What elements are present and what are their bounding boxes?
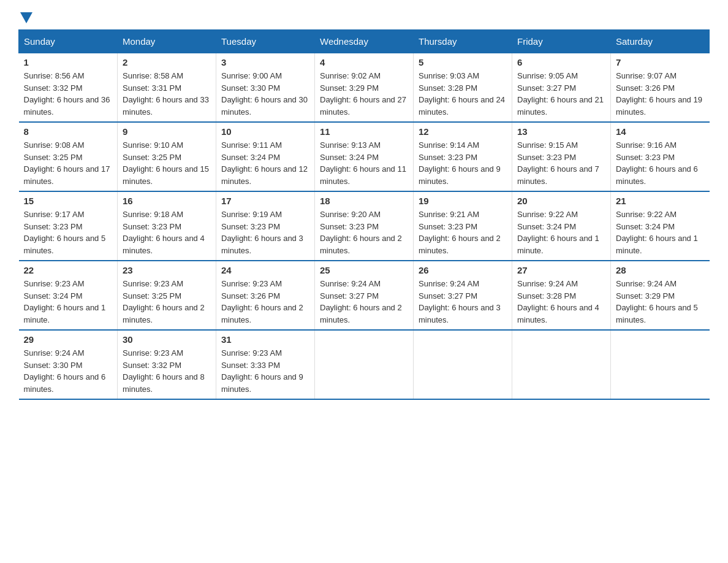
daylight-label: Daylight: 6 hours and 1 minute.: [24, 303, 106, 324]
calendar-week-5: 29 Sunrise: 9:24 AM Sunset: 3:30 PM Dayl…: [19, 330, 710, 399]
calendar-cell: 3 Sunrise: 9:00 AM Sunset: 3:30 PM Dayli…: [216, 53, 315, 123]
daylight-label: Daylight: 6 hours and 9 minutes.: [419, 164, 501, 186]
day-info: Sunrise: 9:13 AM Sunset: 3:24 PM Dayligh…: [320, 139, 408, 187]
sunset-label: Sunset: 3:25 PM: [123, 291, 181, 301]
sunrise-label: Sunrise: 9:22 AM: [517, 210, 578, 219]
sunset-label: Sunset: 3:27 PM: [419, 291, 477, 301]
daylight-label: Daylight: 6 hours and 1 minute.: [616, 234, 698, 255]
sunset-label: Sunset: 3:28 PM: [419, 83, 477, 93]
calendar-cell: [315, 330, 414, 399]
day-number: 29: [24, 334, 113, 345]
day-info: Sunrise: 9:10 AM Sunset: 3:25 PM Dayligh…: [123, 139, 211, 187]
calendar-cell: 8 Sunrise: 9:08 AM Sunset: 3:25 PM Dayli…: [19, 122, 118, 191]
sunset-label: Sunset: 3:31 PM: [123, 83, 181, 93]
calendar-cell: 30 Sunrise: 9:23 AM Sunset: 3:32 PM Dayl…: [118, 330, 216, 399]
day-info: Sunrise: 9:24 AM Sunset: 3:29 PM Dayligh…: [616, 278, 705, 326]
sunset-label: Sunset: 3:32 PM: [24, 83, 83, 93]
sunset-label: Sunset: 3:23 PM: [123, 222, 181, 231]
sunset-label: Sunset: 3:26 PM: [616, 83, 675, 93]
calendar-cell: 13 Sunrise: 9:15 AM Sunset: 3:23 PM Dayl…: [512, 122, 611, 191]
day-info: Sunrise: 9:03 AM Sunset: 3:28 PM Dayligh…: [419, 70, 507, 118]
sunrise-label: Sunrise: 9:21 AM: [419, 210, 479, 219]
day-info: Sunrise: 9:05 AM Sunset: 3:27 PM Dayligh…: [517, 70, 605, 118]
day-info: Sunrise: 9:18 AM Sunset: 3:23 PM Dayligh…: [123, 209, 211, 256]
sunrise-label: Sunrise: 9:10 AM: [123, 140, 183, 150]
day-info: Sunrise: 9:23 AM Sunset: 3:26 PM Dayligh…: [221, 278, 309, 326]
day-number: 31: [221, 334, 309, 345]
day-number: 13: [517, 126, 605, 137]
calendar-header: SundayMondayTuesdayWednesdayThursdayFrid…: [19, 30, 710, 53]
sunset-label: Sunset: 3:25 PM: [24, 153, 83, 162]
calendar-cell: [611, 330, 710, 399]
day-info: Sunrise: 9:24 AM Sunset: 3:27 PM Dayligh…: [419, 278, 507, 326]
daylight-label: Daylight: 6 hours and 27 minutes.: [320, 95, 406, 117]
sunset-label: Sunset: 3:23 PM: [320, 222, 379, 231]
day-number: 16: [123, 196, 211, 206]
calendar-cell: 17 Sunrise: 9:19 AM Sunset: 3:23 PM Dayl…: [216, 191, 315, 261]
sunrise-label: Sunrise: 9:03 AM: [419, 71, 479, 80]
calendar-cell: 21 Sunrise: 9:22 AM Sunset: 3:24 PM Dayl…: [611, 191, 710, 261]
calendar-cell: 5 Sunrise: 9:03 AM Sunset: 3:28 PM Dayli…: [414, 53, 512, 123]
calendar-cell: 29 Sunrise: 9:24 AM Sunset: 3:30 PM Dayl…: [19, 330, 118, 399]
sunrise-label: Sunrise: 9:24 AM: [24, 348, 85, 358]
calendar-week-1: 1 Sunrise: 8:56 AM Sunset: 3:32 PM Dayli…: [19, 53, 710, 123]
weekday-header-thursday: Thursday: [414, 30, 512, 53]
logo-triangle-icon: [20, 12, 32, 23]
day-number: 23: [123, 265, 211, 275]
sunrise-label: Sunrise: 9:24 AM: [517, 279, 578, 288]
daylight-label: Daylight: 6 hours and 3 minutes.: [419, 303, 501, 324]
calendar-cell: 31 Sunrise: 9:23 AM Sunset: 3:33 PM Dayl…: [216, 330, 315, 399]
day-number: 21: [616, 196, 705, 206]
day-number: 18: [320, 196, 408, 206]
sunset-label: Sunset: 3:26 PM: [221, 291, 280, 301]
calendar-cell: 20 Sunrise: 9:22 AM Sunset: 3:24 PM Dayl…: [512, 191, 611, 261]
sunrise-label: Sunrise: 9:24 AM: [320, 279, 381, 288]
sunrise-label: Sunrise: 9:24 AM: [419, 279, 479, 288]
sunrise-label: Sunrise: 9:17 AM: [24, 210, 85, 219]
calendar-cell: 10 Sunrise: 9:11 AM Sunset: 3:24 PM Dayl…: [216, 122, 315, 191]
sunrise-label: Sunrise: 9:24 AM: [616, 279, 677, 288]
day-number: 28: [616, 265, 705, 275]
sunrise-label: Sunrise: 9:00 AM: [221, 71, 282, 80]
day-info: Sunrise: 9:23 AM Sunset: 3:33 PM Dayligh…: [221, 347, 309, 395]
weekday-header-saturday: Saturday: [611, 30, 710, 53]
calendar-cell: 15 Sunrise: 9:17 AM Sunset: 3:23 PM Dayl…: [19, 191, 118, 261]
day-info: Sunrise: 9:24 AM Sunset: 3:30 PM Dayligh…: [24, 347, 113, 395]
sunset-label: Sunset: 3:29 PM: [616, 291, 675, 301]
day-info: Sunrise: 9:19 AM Sunset: 3:23 PM Dayligh…: [221, 209, 309, 256]
sunrise-label: Sunrise: 9:02 AM: [320, 71, 381, 80]
day-info: Sunrise: 9:14 AM Sunset: 3:23 PM Dayligh…: [419, 139, 507, 187]
calendar-cell: 26 Sunrise: 9:24 AM Sunset: 3:27 PM Dayl…: [414, 261, 512, 330]
day-number: 27: [517, 265, 605, 275]
sunrise-label: Sunrise: 9:23 AM: [221, 279, 282, 288]
calendar-week-3: 15 Sunrise: 9:17 AM Sunset: 3:23 PM Dayl…: [19, 191, 710, 261]
weekday-header-wednesday: Wednesday: [315, 30, 414, 53]
calendar-cell: 2 Sunrise: 8:58 AM Sunset: 3:31 PM Dayli…: [118, 53, 216, 123]
day-info: Sunrise: 9:23 AM Sunset: 3:24 PM Dayligh…: [24, 278, 113, 326]
sunrise-label: Sunrise: 8:56 AM: [24, 71, 85, 80]
day-number: 15: [24, 196, 113, 206]
sunrise-label: Sunrise: 9:13 AM: [320, 140, 381, 150]
daylight-label: Daylight: 6 hours and 2 minutes.: [419, 234, 501, 255]
page-header: [18, 12, 710, 23]
daylight-label: Daylight: 6 hours and 2 minutes.: [123, 303, 205, 324]
sunset-label: Sunset: 3:28 PM: [517, 291, 576, 301]
calendar-cell: 7 Sunrise: 9:07 AM Sunset: 3:26 PM Dayli…: [611, 53, 710, 123]
sunset-label: Sunset: 3:24 PM: [320, 153, 379, 162]
sunset-label: Sunset: 3:24 PM: [616, 222, 675, 231]
sunset-label: Sunset: 3:25 PM: [123, 153, 181, 162]
sunrise-label: Sunrise: 9:20 AM: [320, 210, 381, 219]
day-number: 14: [616, 126, 705, 137]
daylight-label: Daylight: 6 hours and 4 minutes.: [123, 234, 205, 255]
day-number: 7: [616, 57, 705, 67]
sunset-label: Sunset: 3:23 PM: [221, 222, 280, 231]
day-info: Sunrise: 9:02 AM Sunset: 3:29 PM Dayligh…: [320, 70, 408, 118]
calendar-cell: 23 Sunrise: 9:23 AM Sunset: 3:25 PM Dayl…: [118, 261, 216, 330]
daylight-label: Daylight: 6 hours and 24 minutes.: [419, 95, 505, 117]
calendar-cell: 18 Sunrise: 9:20 AM Sunset: 3:23 PM Dayl…: [315, 191, 414, 261]
daylight-label: Daylight: 6 hours and 5 minutes.: [616, 303, 698, 324]
sunset-label: Sunset: 3:33 PM: [221, 361, 280, 370]
day-info: Sunrise: 9:22 AM Sunset: 3:24 PM Dayligh…: [517, 209, 605, 256]
day-info: Sunrise: 9:15 AM Sunset: 3:23 PM Dayligh…: [517, 139, 605, 187]
day-info: Sunrise: 9:23 AM Sunset: 3:25 PM Dayligh…: [123, 278, 211, 326]
